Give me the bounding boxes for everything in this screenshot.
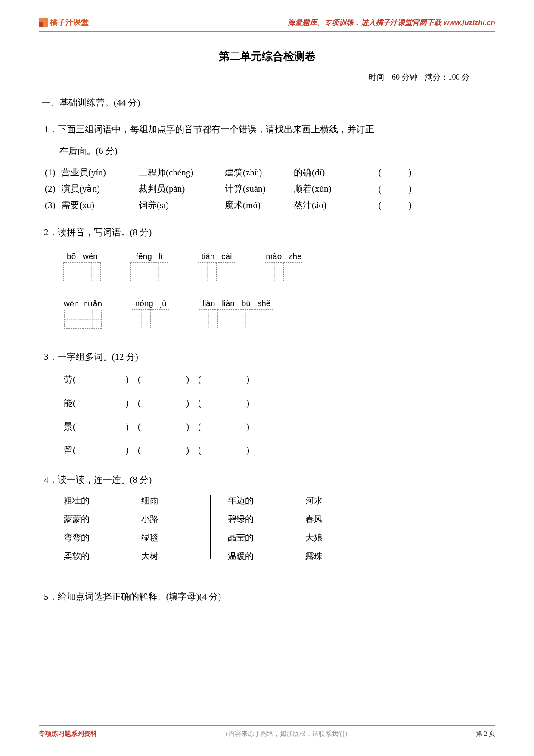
- word-blank[interactable]: ) (: [150, 438, 210, 462]
- word-cell: 熬汁(áo): [294, 199, 363, 211]
- word-blank[interactable]: ) (: [150, 368, 210, 391]
- header-link-text: 海量题库、专项训练，进入橘子汁课堂官网下载 www.juzizhi.cn: [288, 18, 495, 28]
- word-cell: 裁判员(pàn): [139, 183, 225, 195]
- page-title: 第二单元综合检测卷: [39, 49, 495, 63]
- match-left-item[interactable]: 温暖的: [228, 550, 305, 562]
- pinyin-item: bō wén: [64, 252, 101, 281]
- base-char: 留(: [64, 438, 90, 462]
- q1-row-2: (2)演员(yǎn)裁判员(pàn)计算(suàn)顺着(xùn)( ): [39, 183, 495, 195]
- char-box[interactable]: [63, 262, 82, 281]
- char-input-boxes[interactable]: [199, 309, 273, 328]
- multiword-row: 留( ) ( ) ( ): [64, 438, 495, 462]
- answer-blank[interactable]: ( ): [363, 166, 427, 178]
- footer-page-number: 第 2 页: [476, 730, 495, 738]
- pinyin-item: tián cài: [198, 252, 235, 281]
- row-label: (2): [45, 184, 61, 194]
- word-blank[interactable]: ): [210, 415, 270, 439]
- pinyin-grid: bō wénfēng lìtián càimào zhe wēn nuǎnnón…: [39, 252, 495, 329]
- char-box[interactable]: [150, 309, 169, 328]
- row-label: (3): [45, 200, 61, 211]
- match-right-item[interactable]: 小路: [141, 513, 193, 525]
- char-box[interactable]: [130, 262, 149, 281]
- match-right-item[interactable]: 大娘: [305, 532, 348, 544]
- logo-text: 橘子汁课堂: [50, 17, 89, 28]
- word-blank[interactable]: ): [210, 368, 270, 391]
- match-right-item[interactable]: 大树: [141, 550, 193, 562]
- match-left-item[interactable]: 粗壮的: [64, 495, 141, 506]
- word-cell: 营业员(yín): [61, 166, 139, 178]
- char-box[interactable]: [217, 309, 236, 328]
- base-char: 劳(: [64, 368, 90, 391]
- question-1-stem: 1．下面三组词语中，每组加点字的音节都有一个错误，请找出来画上横线，并订正: [39, 119, 495, 140]
- pinyin-label: bō wén: [67, 252, 98, 261]
- base-char: 景(: [64, 415, 90, 439]
- pinyin-item: mào zhe: [265, 252, 302, 281]
- word-blank[interactable]: ) (: [90, 438, 150, 462]
- char-input-boxes[interactable]: [131, 262, 168, 281]
- logo-icon: [39, 18, 48, 27]
- word-blank[interactable]: ): [210, 391, 270, 415]
- char-box[interactable]: [265, 262, 284, 281]
- char-input-boxes[interactable]: [132, 309, 169, 328]
- pinyin-label: liàn liàn bù shě: [202, 299, 270, 308]
- char-input-boxes[interactable]: [265, 262, 302, 281]
- match-left-item[interactable]: 弯弯的: [64, 532, 141, 544]
- page-header: 橘子汁课堂 海量题库、专项训练，进入橘子汁课堂官网下载 www.juzizhi.…: [39, 17, 495, 32]
- multiword-row: 劳( ) ( ) ( ): [64, 368, 495, 391]
- char-box[interactable]: [64, 310, 83, 329]
- char-box[interactable]: [216, 262, 235, 281]
- match-right-item[interactable]: 绿毯: [141, 532, 193, 544]
- page-footer: 专项练习题系列资料 （内容来源于网络，如涉版权，请联系我们） 第 2 页: [39, 725, 495, 738]
- question-5-stem: 5．给加点词选择正确的解释。(填字母)(4 分): [39, 586, 495, 607]
- char-input-boxes[interactable]: [65, 310, 102, 329]
- q1-row-1: (1)营业员(yín)工程师(chéng)建筑(zhù)的确(dí)( ): [39, 166, 495, 178]
- char-box[interactable]: [283, 262, 302, 281]
- char-box[interactable]: [199, 309, 218, 328]
- match-right-item[interactable]: 露珠: [305, 550, 348, 562]
- question-3-stem: 3．一字组多词。(12 分): [39, 346, 495, 368]
- word-cell: 建筑(zhù): [225, 166, 294, 178]
- match-left-item[interactable]: 年迈的: [228, 495, 305, 506]
- match-left-item[interactable]: 碧绿的: [228, 513, 305, 525]
- question-4-stem: 4．读一读，连一连。(8 分): [39, 469, 495, 490]
- word-blank[interactable]: ) (: [90, 391, 150, 415]
- char-box[interactable]: [236, 309, 255, 328]
- pinyin-item: wēn nuǎn: [64, 299, 102, 329]
- word-blank[interactable]: ): [210, 438, 270, 462]
- char-input-boxes[interactable]: [64, 262, 101, 281]
- word-blank[interactable]: ) (: [150, 391, 210, 415]
- char-box[interactable]: [255, 309, 273, 328]
- base-char: 能(: [64, 391, 90, 415]
- char-box[interactable]: [198, 262, 217, 281]
- word-blank[interactable]: ) (: [150, 415, 210, 439]
- pinyin-label: mào zhe: [266, 252, 301, 261]
- word-blank[interactable]: ) (: [90, 368, 150, 391]
- footer-disclaimer: （内容来源于网络，如涉版权，请联系我们）: [222, 730, 351, 738]
- row-label: (1): [45, 167, 61, 178]
- pinyin-item: fēng lì: [131, 252, 168, 281]
- pinyin-item: nóng jù: [132, 299, 169, 329]
- word-cell: 演员(yǎn): [61, 183, 139, 195]
- vertical-divider: [210, 495, 211, 559]
- match-left-item[interactable]: 蒙蒙的: [64, 513, 141, 525]
- question-2-stem: 2．读拼音，写词语。(8 分): [39, 222, 495, 243]
- answer-blank[interactable]: ( ): [363, 183, 427, 195]
- match-right-item[interactable]: 细雨: [141, 495, 193, 506]
- match-left-item[interactable]: 晶莹的: [228, 532, 305, 544]
- char-box[interactable]: [132, 309, 151, 328]
- word-cell: 魔术(mó): [225, 199, 294, 211]
- word-cell: 饲养(sī): [139, 199, 225, 211]
- match-left-item[interactable]: 柔软的: [64, 550, 141, 562]
- word-cell: 的确(dí): [294, 166, 363, 178]
- char-box[interactable]: [82, 262, 101, 281]
- char-input-boxes[interactable]: [198, 262, 235, 281]
- match-right-item[interactable]: 河水: [305, 495, 348, 506]
- question-3-body: 劳( ) ( ) ( )能( ) ( ) ( )景( ) ( ) ( )留( )…: [39, 368, 495, 462]
- char-box[interactable]: [83, 310, 102, 329]
- question-1-stem-cont: 在后面。(6 分): [39, 140, 495, 162]
- char-box[interactable]: [149, 262, 168, 281]
- word-blank[interactable]: ) (: [90, 415, 150, 439]
- brand-logo: 橘子汁课堂: [39, 17, 89, 28]
- answer-blank[interactable]: ( ): [363, 199, 427, 211]
- match-right-item[interactable]: 春风: [305, 513, 348, 525]
